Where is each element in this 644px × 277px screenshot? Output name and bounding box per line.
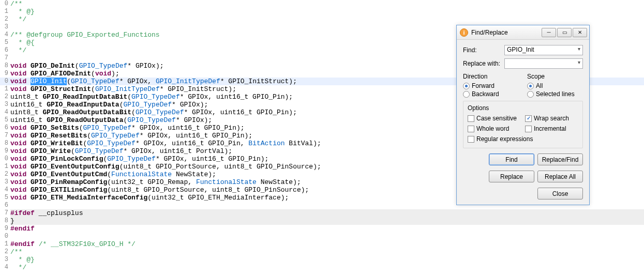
line-number: 6	[0, 202, 9, 209]
code-text[interactable]: #endif	[9, 225, 644, 233]
radio-backward[interactable]	[463, 91, 470, 98]
code-line[interactable]: 1 * @}	[0, 8, 644, 16]
replace-find-button[interactable]: Replace/Find	[537, 153, 583, 165]
line-number: 1	[0, 8, 9, 16]
line-number: 9	[0, 70, 9, 78]
code-text[interactable]: #endif /* __STM32F10x_GPIO_H */	[9, 240, 644, 248]
check-case-sensitive[interactable]	[468, 115, 474, 122]
check-regex[interactable]	[468, 136, 474, 143]
radio-scope-all-label: All	[536, 82, 543, 89]
check-incremental-label: Incremental	[534, 125, 566, 132]
replace-all-button[interactable]: Replace All	[537, 171, 583, 182]
info-icon: i	[460, 28, 468, 37]
line-number: 9	[0, 225, 9, 233]
line-number: 4	[0, 31, 9, 39]
code-text[interactable]: /**	[9, 248, 644, 256]
line-number: 0	[0, 0, 9, 8]
maximize-button[interactable]: ▭	[557, 28, 572, 37]
code-text[interactable]	[9, 233, 644, 240]
code-line[interactable]: 0/**	[0, 0, 644, 8]
line-number: 7	[0, 209, 9, 217]
close-button[interactable]: Close	[537, 188, 583, 199]
direction-label: Direction	[463, 73, 519, 80]
line-number: 3	[0, 256, 9, 264]
close-window-button[interactable]: ✕	[573, 28, 587, 37]
line-number: 4	[0, 109, 9, 116]
line-number: 2	[0, 171, 9, 178]
code-text[interactable]: * @}	[9, 8, 644, 16]
code-text[interactable]: #ifdef __cplusplus	[9, 209, 644, 217]
radio-backward-label: Backward	[472, 90, 499, 98]
find-button[interactable]: Find	[489, 153, 534, 165]
code-line[interactable]: 9#endif	[0, 225, 644, 233]
code-text[interactable]: }	[9, 217, 644, 225]
code-text[interactable]: */	[9, 16, 644, 23]
radio-scope-all[interactable]	[527, 83, 534, 89]
line-number: 2	[0, 93, 9, 101]
check-wrap-label: Wrap search	[534, 115, 569, 122]
code-line[interactable]: 4 */	[0, 264, 644, 271]
line-number: 9	[0, 147, 9, 155]
code-line[interactable]: 3 * @}	[0, 256, 644, 264]
dialog-title: Find/Replace	[471, 29, 541, 36]
check-whole-word[interactable]	[468, 126, 474, 132]
code-text[interactable]: */	[9, 264, 644, 271]
check-wrap-search[interactable]	[525, 115, 532, 122]
line-number: 7	[0, 54, 9, 62]
line-number: 8	[0, 217, 9, 225]
line-number: 5	[0, 194, 9, 202]
line-number: 8	[0, 140, 9, 147]
line-number: 5	[0, 116, 9, 124]
line-number: 2	[0, 248, 9, 256]
check-incremental[interactable]	[525, 126, 532, 132]
line-number: 2	[0, 16, 9, 23]
radio-forward-label: Forward	[472, 82, 495, 89]
radio-forward[interactable]	[463, 83, 470, 89]
line-number: 6	[0, 47, 9, 54]
options-label: Options	[468, 104, 578, 112]
line-number: 0	[0, 155, 9, 163]
check-regex-label: Regular expressions	[476, 135, 533, 143]
line-number: 5	[0, 39, 9, 47]
radio-scope-selected-label: Selected lines	[536, 90, 575, 98]
line-number: 7	[0, 132, 9, 140]
scope-label: Scope	[527, 73, 583, 80]
code-line[interactable]: 2/**	[0, 248, 644, 256]
replace-input[interactable]	[504, 58, 583, 69]
dialog-titlebar[interactable]: i Find/Replace ─ ▭ ✕	[457, 25, 589, 40]
code-line[interactable]: 8}	[0, 217, 644, 225]
line-number: 0	[0, 78, 9, 85]
line-number: 0	[0, 233, 9, 240]
check-whole-label: Whole word	[476, 125, 509, 132]
line-number: 1	[0, 240, 9, 248]
line-number: 6	[0, 124, 9, 132]
line-number: 4	[0, 186, 9, 194]
line-number: 8	[0, 62, 9, 70]
find-replace-dialog: i Find/Replace ─ ▭ ✕ Find: GPIO_Init Rep…	[456, 25, 590, 205]
radio-scope-selected[interactable]	[527, 91, 534, 98]
minimize-button[interactable]: ─	[542, 28, 556, 37]
replace-label: Replace with:	[463, 60, 504, 67]
code-text[interactable]: * @}	[9, 256, 644, 264]
line-number: 1	[0, 85, 9, 93]
line-number: 3	[0, 178, 9, 186]
replace-button[interactable]: Replace	[489, 171, 534, 182]
code-text[interactable]: /**	[9, 0, 644, 8]
code-line[interactable]: 1#endif /* __STM32F10x_GPIO_H */	[0, 240, 644, 248]
line-number: 1	[0, 163, 9, 171]
find-input[interactable]: GPIO_Init	[504, 45, 583, 55]
line-number: 3	[0, 101, 9, 109]
code-line[interactable]: 7#ifdef __cplusplus	[0, 209, 644, 217]
line-number: 4	[0, 264, 9, 271]
code-line[interactable]: 2 */	[0, 16, 644, 23]
line-number: 3	[0, 23, 9, 31]
find-label: Find:	[463, 47, 504, 54]
check-case-label: Case sensitive	[476, 115, 517, 122]
code-line[interactable]: 0	[0, 233, 644, 240]
